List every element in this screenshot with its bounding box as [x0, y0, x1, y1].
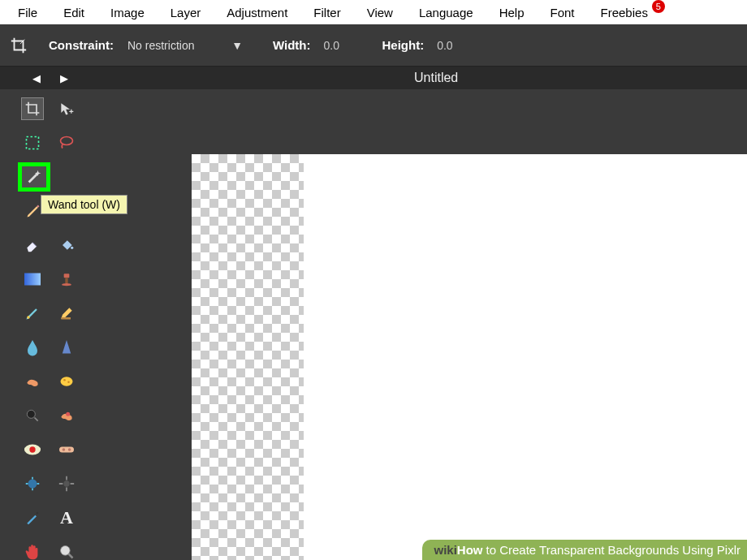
red-eye-tool[interactable]	[21, 438, 44, 461]
document-tab-bar: ◀ ▶ Untitled	[0, 67, 747, 89]
svg-point-1	[61, 137, 73, 145]
clone-stamp-tool[interactable]	[55, 268, 78, 291]
height-value[interactable]: 0.0	[430, 37, 471, 54]
wand-tool[interactable]	[19, 163, 50, 191]
svg-point-20	[63, 480, 69, 486]
caption-text: to Create Transparent Backgrounds Using …	[486, 543, 741, 557]
crop-tool[interactable]	[21, 97, 44, 120]
svg-point-10	[63, 379, 66, 381]
wand-tooltip: Wand tool (W)	[41, 195, 127, 214]
svg-point-6	[62, 283, 71, 286]
svg-rect-0	[27, 137, 39, 149]
width-label: Width:	[273, 38, 311, 52]
menu-layer[interactable]: Layer	[158, 2, 214, 24]
gradient-tool[interactable]	[21, 268, 44, 291]
svg-point-17	[63, 448, 66, 451]
move-tool[interactable]	[55, 97, 78, 120]
wikihow-caption: wikiHow to Create Transparent Background…	[422, 540, 747, 560]
spot-heal-tool[interactable]	[55, 438, 78, 461]
svg-point-19	[28, 480, 37, 489]
crop-icon	[8, 35, 29, 56]
smudge-tool[interactable]	[21, 370, 44, 393]
svg-point-9	[61, 377, 73, 386]
svg-point-12	[27, 410, 35, 418]
tool-options-bar: Constraint: No restriction ▼ Width: 0.0 …	[0, 24, 747, 67]
document-title: Untitled	[414, 71, 458, 85]
constraint-dropdown[interactable]: No restriction ▼	[120, 35, 250, 56]
bucket-tool[interactable]	[55, 234, 78, 256]
menu-font[interactable]: Font	[538, 2, 588, 24]
menu-help[interactable]: Help	[486, 2, 538, 24]
menu-image[interactable]: Image	[97, 2, 158, 24]
svg-rect-5	[65, 278, 67, 283]
svg-point-2	[71, 247, 73, 249]
lasso-tool[interactable]	[55, 131, 78, 154]
chevron-down-icon: ▼	[231, 39, 243, 52]
wiki-logo-text: wiki	[434, 543, 456, 557]
menu-freebies[interactable]: Freebies 5	[588, 2, 661, 24]
menu-adjustment[interactable]: Adjustment	[214, 2, 300, 24]
marquee-tool[interactable]	[21, 131, 44, 154]
menu-language[interactable]: Language	[406, 2, 486, 24]
blur-tool[interactable]	[21, 336, 44, 359]
document-canvas[interactable]	[192, 154, 747, 560]
svg-point-11	[67, 381, 70, 384]
height-label: Height:	[382, 38, 425, 52]
canvas-viewport[interactable]	[91, 89, 747, 560]
zoom-tool[interactable]	[55, 541, 78, 560]
bloat-tool[interactable]	[21, 472, 44, 495]
tab-next-button[interactable]: ▶	[60, 72, 68, 84]
pinch-tool[interactable]	[55, 472, 78, 495]
drawing-tool[interactable]	[55, 302, 78, 325]
menu-bar: File Edit Image Layer Adjustment Filter …	[0, 0, 747, 24]
how-logo-text: How	[457, 543, 483, 557]
menu-file[interactable]: File	[5, 2, 50, 24]
hand-tool[interactable]	[21, 541, 44, 560]
type-tool[interactable]: A	[55, 506, 78, 529]
svg-rect-8	[61, 317, 71, 320]
svg-point-13	[66, 412, 70, 416]
sponge-tool[interactable]	[55, 370, 78, 393]
colorpicker-tool[interactable]	[21, 506, 44, 529]
svg-point-18	[68, 448, 71, 451]
constraint-label: Constraint:	[49, 38, 114, 52]
menu-edit[interactable]: Edit	[50, 2, 97, 24]
svg-point-21	[61, 546, 71, 556]
svg-rect-16	[59, 446, 74, 452]
svg-point-15	[29, 446, 35, 452]
sharpen-tool[interactable]	[55, 336, 78, 359]
menu-filter[interactable]: Filter	[300, 2, 353, 24]
tool-palette: Wand tool (W)	[0, 89, 91, 560]
main-area: Wand tool (W)	[0, 89, 747, 560]
eraser-tool[interactable]	[21, 234, 44, 256]
transparent-region	[192, 154, 304, 560]
burn-tool[interactable]	[55, 404, 78, 427]
svg-rect-4	[64, 274, 70, 278]
tab-prev-button[interactable]: ◀	[32, 72, 41, 84]
color-replace-tool[interactable]	[21, 302, 44, 325]
svg-point-7	[27, 316, 29, 318]
constraint-value: No restriction	[127, 39, 194, 52]
dodge-tool[interactable]	[21, 404, 44, 427]
width-value[interactable]: 0.0	[317, 37, 358, 54]
menu-view[interactable]: View	[354, 2, 406, 24]
svg-rect-3	[24, 274, 41, 286]
notification-badge: 5	[652, 0, 665, 13]
